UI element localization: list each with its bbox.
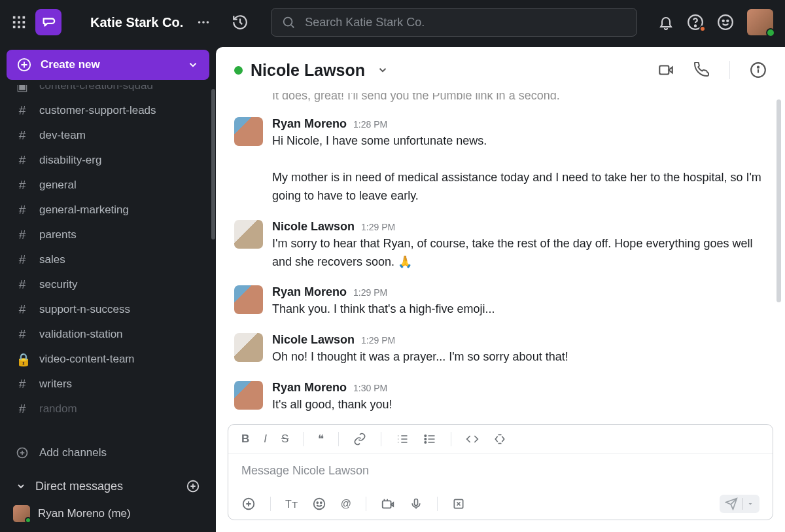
channel-name: parents xyxy=(39,228,77,241)
app-logo[interactable] xyxy=(35,9,61,35)
quote-icon[interactable]: ❝ xyxy=(318,432,324,446)
channel-item[interactable]: #dev-team xyxy=(7,123,209,148)
channel-item[interactable]: #writers xyxy=(7,372,209,397)
message: Ryan Moreno1:28 PMHi Nicole, I have some… xyxy=(234,117,767,151)
notifications-icon[interactable] xyxy=(658,14,674,30)
avatar[interactable] xyxy=(234,117,263,146)
search-bar[interactable]: Search Katie Stark Co. xyxy=(271,8,637,37)
avatar[interactable] xyxy=(234,220,263,249)
message-author[interactable]: Ryan Moreno xyxy=(272,117,347,131)
create-new-button[interactable]: Create new xyxy=(7,50,209,80)
message-input[interactable]: Message Nicole Lawson xyxy=(228,453,773,488)
apps-grid-icon[interactable] xyxy=(12,15,26,29)
mention-icon[interactable]: @ xyxy=(341,498,351,510)
channel-item[interactable]: #random xyxy=(7,397,209,421)
channel-name: dev-team xyxy=(39,129,86,142)
channel-item[interactable]: #parents xyxy=(7,222,209,247)
plus-circle-icon xyxy=(17,58,31,72)
channel-name: random xyxy=(39,402,77,416)
message-time: 1:29 PM xyxy=(353,287,387,298)
record-audio-icon[interactable] xyxy=(410,497,423,510)
svg-point-10 xyxy=(202,21,205,24)
hash-icon: # xyxy=(16,302,29,317)
channel-item[interactable]: #customer-support-leads xyxy=(7,98,209,123)
topbar: Katie Stark Co. Search Katie Stark Co. xyxy=(0,0,785,44)
message-author[interactable]: Nicole Lawson xyxy=(272,333,355,347)
emoji-picker-icon[interactable] xyxy=(312,497,326,511)
avatar[interactable] xyxy=(234,333,263,362)
message: Nicole Lawson1:29 PMI'm sorry to hear th… xyxy=(234,220,767,272)
svg-rect-4 xyxy=(18,21,20,24)
channel-item[interactable]: #general-marketing xyxy=(7,198,209,222)
italic-icon[interactable]: I xyxy=(264,433,267,446)
channel-item[interactable]: #security xyxy=(7,272,209,297)
channel-item[interactable]: #validation-station xyxy=(7,322,209,347)
channel-item[interactable]: #support-n-success xyxy=(7,297,209,322)
add-dm-icon[interactable] xyxy=(186,479,200,493)
message-author[interactable]: Ryan Moreno xyxy=(272,381,347,395)
attach-icon[interactable] xyxy=(241,497,256,511)
avatar[interactable] xyxy=(234,381,263,410)
history-icon[interactable] xyxy=(232,14,249,31)
hash-icon: ▣ xyxy=(16,85,29,94)
message-author[interactable]: Nicole Lawson xyxy=(272,220,355,234)
text-format-icon[interactable]: Tᴛ xyxy=(285,498,298,510)
code-icon[interactable] xyxy=(466,433,479,446)
more-icon[interactable] xyxy=(196,15,211,29)
channel-name: disability-erg xyxy=(39,154,101,167)
workspace-name[interactable]: Katie Stark Co. xyxy=(90,15,183,30)
chat-title[interactable]: Nicole Lawson xyxy=(251,61,365,80)
add-channels-label: Add channels xyxy=(39,446,107,459)
chat-header: Nicole Lawson xyxy=(216,47,785,93)
hash-icon: # xyxy=(16,203,29,217)
channel-item[interactable]: ▣content-creation-squad xyxy=(7,85,209,98)
user-avatar[interactable] xyxy=(747,9,773,35)
dm-self-row[interactable]: Ryan Moreno (me) xyxy=(7,501,209,527)
message-text: Thank you. I think that's a high-five em… xyxy=(272,300,767,319)
send-icon xyxy=(725,497,738,510)
svg-rect-8 xyxy=(23,26,26,29)
sidebar-scrollbar[interactable] xyxy=(211,89,215,239)
lock-icon: 🔒 xyxy=(16,352,29,367)
record-video-icon[interactable] xyxy=(381,497,395,511)
hash-icon: # xyxy=(16,402,29,416)
sidebar: Create new ▣content-creation-squad#custo… xyxy=(0,44,216,532)
add-channels-button[interactable]: Add channels xyxy=(7,440,209,465)
link-icon[interactable] xyxy=(353,433,366,446)
codeblock-icon[interactable] xyxy=(493,433,506,446)
channel-name: validation-station xyxy=(39,328,123,341)
composer-actions: Tᴛ @ xyxy=(228,488,773,520)
message-author[interactable]: Ryan Moreno xyxy=(272,285,347,299)
message-text: I'm sorry to hear that Ryan, of course, … xyxy=(272,235,767,272)
dm-section-header[interactable]: Direct messages xyxy=(7,472,209,501)
channel-name: general xyxy=(39,179,77,192)
hash-icon: # xyxy=(16,128,29,143)
chevron-down-icon[interactable] xyxy=(377,64,389,76)
help-icon[interactable] xyxy=(687,14,704,31)
video-call-icon[interactable] xyxy=(657,62,674,79)
audio-call-icon[interactable] xyxy=(694,62,710,78)
strike-icon[interactable]: S xyxy=(281,433,288,446)
messages-scrollbar[interactable] xyxy=(776,99,781,302)
channel-item[interactable]: #disability-erg xyxy=(7,148,209,173)
bullet-list-icon[interactable] xyxy=(423,433,436,446)
shortcut-icon[interactable] xyxy=(452,497,465,510)
avatar[interactable] xyxy=(234,285,263,314)
channel-item[interactable]: #general xyxy=(7,173,209,198)
emoji-icon[interactable] xyxy=(717,14,734,31)
svg-point-16 xyxy=(723,20,724,22)
channel-item[interactable]: #sales xyxy=(7,247,209,272)
info-icon[interactable] xyxy=(750,62,767,79)
search-icon xyxy=(281,15,296,29)
svg-rect-7 xyxy=(18,26,20,29)
message-time: 1:28 PM xyxy=(353,119,387,130)
message-composer: B I S ❝ Message Nicole Lawson Tᴛ xyxy=(228,424,773,520)
svg-point-9 xyxy=(198,21,201,24)
svg-point-30 xyxy=(321,502,322,503)
bold-icon[interactable]: B xyxy=(241,433,249,446)
svg-point-24 xyxy=(425,434,427,436)
ordered-list-icon[interactable] xyxy=(396,433,409,446)
channel-item[interactable]: 🔒video-content-team xyxy=(7,347,209,372)
send-button[interactable] xyxy=(720,495,759,513)
presence-indicator xyxy=(234,66,243,75)
